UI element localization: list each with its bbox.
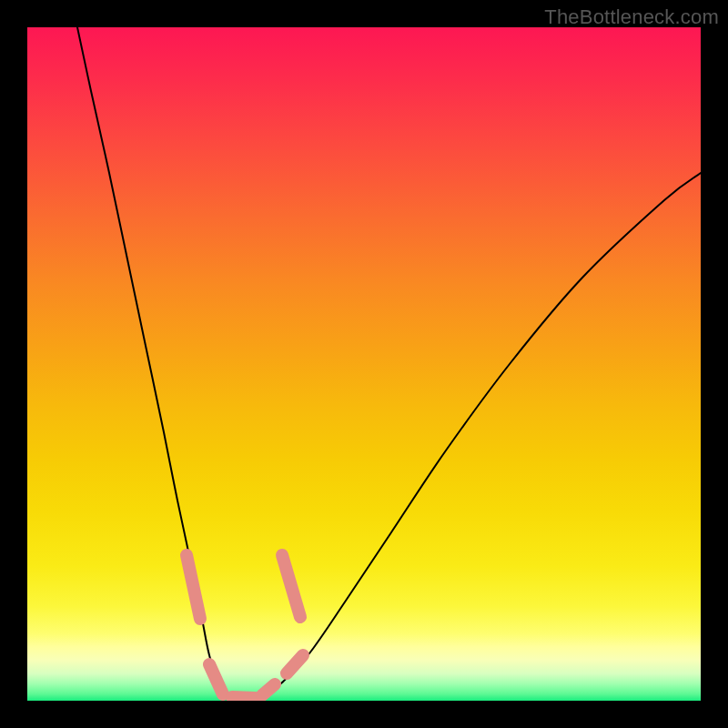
- chart-background-gradient: [27, 27, 701, 701]
- chart-area: [27, 27, 701, 701]
- watermark-text: TheBottleneck.com: [544, 5, 719, 29]
